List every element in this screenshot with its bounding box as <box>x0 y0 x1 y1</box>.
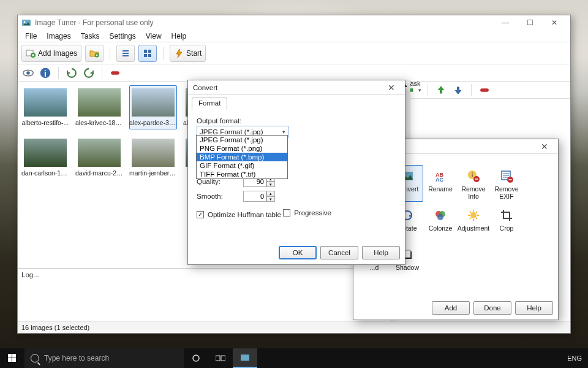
svg-rect-38 <box>8 354 12 358</box>
menu-help[interactable]: Help <box>167 31 192 42</box>
tab-format[interactable]: Format <box>192 98 227 110</box>
add-folder-icon <box>89 48 99 58</box>
add-folder-button[interactable] <box>85 45 104 62</box>
output-format-dropdown[interactable]: JPEG Format (*.jpg)PNG Format (*.png)BMP… <box>196 135 288 179</box>
smooth-label: Smooth: <box>197 193 239 200</box>
minimize-button[interactable]: — <box>493 15 518 30</box>
task-toolbar: ▾ <box>398 82 570 99</box>
adjust-icon <box>467 209 480 222</box>
dropdown-option[interactable]: GIF Format (*.gif) <box>197 161 287 170</box>
eye-icon[interactable] <box>21 67 35 79</box>
thumbnail-caption: alex-pardoe-32... <box>129 119 177 126</box>
help-button[interactable]: Help <box>362 246 400 259</box>
crop-icon <box>500 209 513 222</box>
thumbnail-image <box>78 88 121 117</box>
smooth-spinner[interactable]: ▴▾ <box>243 191 275 202</box>
app-icon <box>21 18 31 28</box>
thumbnail[interactable]: martin-jernberg... <box>129 136 177 180</box>
start-button-win[interactable] <box>0 348 24 368</box>
dropdown-option[interactable]: BMP Format (*.bmp) <box>197 153 287 161</box>
svg-rect-44 <box>221 356 225 361</box>
task-item-rexif[interactable]: Remove EXIF <box>491 165 522 202</box>
thumbnail[interactable]: david-marcu-20... <box>75 136 123 180</box>
task-item-rinfo[interactable]: iRemove Info <box>458 165 489 202</box>
task-up-icon[interactable] <box>434 84 448 96</box>
task-item-colorize[interactable]: Colorize <box>424 204 456 241</box>
taskbar-app-image-tuner[interactable] <box>233 348 257 368</box>
svg-rect-43 <box>216 356 220 361</box>
task-help-button[interactable]: Help <box>515 301 553 315</box>
thumbnail[interactable]: alex-pardoe-32... <box>129 85 177 129</box>
task-item-label: Remove Info <box>458 185 489 200</box>
taskbar-lang[interactable]: ENG <box>561 355 588 362</box>
svg-rect-6 <box>148 50 151 53</box>
search-placeholder: Type here to search <box>44 354 109 362</box>
dropdown-option[interactable]: PNG Format (*.png) <box>197 144 287 153</box>
add-images-label: Add Images <box>38 49 77 58</box>
svg-rect-5 <box>144 50 147 53</box>
add-images-button[interactable]: Add Images <box>21 45 81 62</box>
rotate-left-icon[interactable] <box>65 67 78 79</box>
svg-rect-8 <box>148 54 151 57</box>
add-images-icon <box>26 48 36 58</box>
maximize-button[interactable]: ☐ <box>518 15 542 30</box>
rotate-right-icon[interactable] <box>82 67 96 79</box>
svg-rect-39 <box>12 354 16 358</box>
task-item-crop[interactable]: Crop <box>491 204 522 241</box>
checkbox-icon: ✓ <box>197 211 204 218</box>
task-done-button[interactable]: Done <box>473 301 511 315</box>
ok-button[interactable]: OK <box>279 246 317 259</box>
task-item-rename[interactable]: ABACRename <box>424 165 456 202</box>
thumbnail-image <box>24 88 67 117</box>
task-item-label: Crop <box>500 224 514 232</box>
start-button[interactable]: Start <box>170 45 206 62</box>
optimize-checkbox[interactable]: ✓ Optimize Huffman table <box>197 211 281 218</box>
task-item-label: Colorize <box>429 224 453 232</box>
view-list-button[interactable] <box>116 45 135 62</box>
dropdown-option[interactable]: JPEG Format (*.jpg) <box>197 136 287 144</box>
status-text: 16 images (1 selected) <box>21 324 89 331</box>
task-item-label: Rename <box>428 185 453 193</box>
menu-tasks[interactable]: Tasks <box>76 31 105 42</box>
thumbnail[interactable]: alberto-restifo-... <box>21 85 69 129</box>
cancel-button[interactable]: Cancel <box>320 246 358 259</box>
svg-rect-13 <box>111 71 119 75</box>
task-remove-icon[interactable] <box>478 84 491 96</box>
task-dialog-close[interactable]: ✕ <box>536 142 553 151</box>
menu-file[interactable]: File <box>20 31 42 42</box>
rename-icon: ABAC <box>434 169 447 183</box>
thumbnail[interactable]: ales-krivec-188... <box>75 85 123 129</box>
task-item-label: Remove EXIF <box>491 185 522 200</box>
convert-close-button[interactable]: ✕ <box>383 83 400 93</box>
svg-rect-41 <box>12 358 16 362</box>
svg-point-34 <box>470 212 477 218</box>
secondary-toolbar: i <box>18 64 570 82</box>
windows-icon <box>8 354 17 362</box>
output-format-label: Output format: <box>197 117 396 125</box>
svg-point-33 <box>437 214 443 220</box>
svg-point-42 <box>193 355 199 361</box>
info-icon[interactable]: i <box>39 67 52 79</box>
search-icon <box>31 354 39 362</box>
menu-view[interactable]: View <box>141 31 167 42</box>
view-thumbs-button[interactable] <box>138 45 157 62</box>
taskbar-search[interactable]: Type here to search <box>24 348 184 368</box>
progressive-checkbox[interactable]: Progressive <box>283 209 331 217</box>
remove-icon[interactable] <box>108 67 122 79</box>
menu-settings[interactable]: Settings <box>104 31 140 42</box>
task-down-icon[interactable] <box>451 84 465 96</box>
dropdown-option[interactable]: TIFF Format (*.tif) <box>197 170 287 178</box>
smooth-input[interactable] <box>243 191 266 202</box>
smooth-down[interactable]: ▾ <box>266 196 275 202</box>
task-view-icon[interactable] <box>208 348 233 368</box>
task-add-button[interactable]: Add <box>432 301 470 315</box>
cortana-icon[interactable] <box>184 348 208 368</box>
menu-images[interactable]: Images <box>42 31 75 42</box>
rexif-icon <box>500 169 513 183</box>
quality-down[interactable]: ▾ <box>266 182 275 187</box>
task-item-adjust[interactable]: Adjustment <box>458 204 489 241</box>
smooth-up[interactable]: ▴ <box>266 191 275 196</box>
close-button[interactable]: ✕ <box>542 15 567 30</box>
thumbnail[interactable]: dan-carlson-141... <box>21 136 69 180</box>
thumbnail-caption: ales-krivec-188... <box>75 119 123 126</box>
